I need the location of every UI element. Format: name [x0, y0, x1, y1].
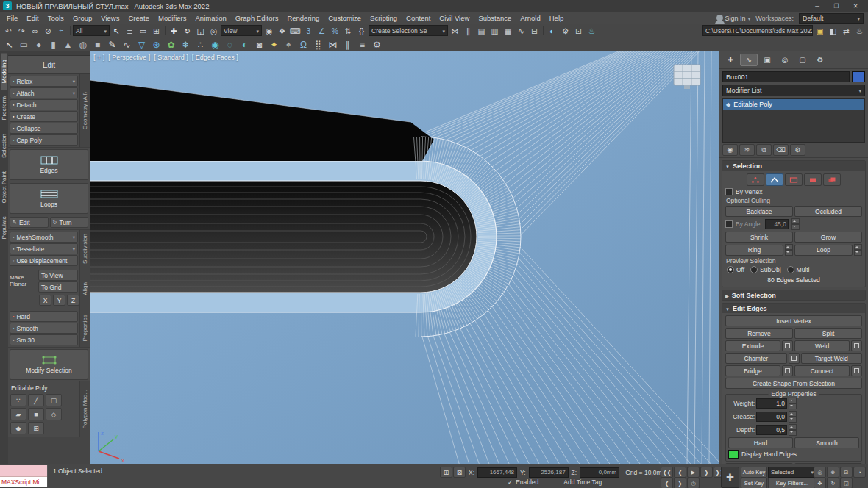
frame-step-back-button[interactable]: ❮ — [661, 478, 673, 488]
viewport-render-style-menu[interactable]: [ Standard ] — [154, 54, 188, 61]
select-and-link-icon[interactable]: ∞ — [29, 25, 41, 36]
perspective-viewport[interactable]: [ + ] [ Perspective ] [ Standard ] [ Edg… — [90, 51, 719, 464]
extrude-settings-button[interactable] — [782, 340, 793, 351]
workspace-select[interactable]: Default — [799, 13, 864, 24]
edit-panel-header[interactable]: Edit — [8, 56, 90, 74]
smooth-edge-button[interactable]: Smooth — [794, 437, 859, 448]
zoom-extents-icon[interactable]: ⊡ — [840, 467, 853, 478]
create-tab[interactable]: ✚ — [722, 54, 739, 65]
project-folder-dropdown[interactable]: C:\Users\TC\Documents\3ds Max 2022 — [702, 25, 813, 36]
align-icon[interactable]: ∥ — [462, 25, 474, 36]
percent-snap-icon[interactable]: % — [329, 25, 341, 36]
z-coordinate-field[interactable]: 0,0mm — [580, 467, 619, 478]
home-grid-widget[interactable] — [674, 65, 700, 89]
smooth-button[interactable]: ▪ Smooth — [10, 323, 78, 334]
capsule-primitive-icon[interactable]: ▭ — [17, 38, 31, 51]
select-and-rotate-icon[interactable]: ↻ — [181, 25, 193, 36]
orbit-icon[interactable]: ↻ — [827, 478, 839, 488]
preview-off-radio[interactable]: Off — [727, 266, 744, 273]
crease-field[interactable]: 0,0 — [756, 412, 787, 422]
to-grid-button[interactable]: To Grid — [38, 281, 78, 293]
show-end-result-icon[interactable]: ≋ — [739, 144, 755, 156]
lattice-sphere-icon[interactable]: ◉ — [208, 38, 222, 51]
render-setup-icon[interactable]: ⚙ — [559, 25, 572, 36]
turn-button[interactable]: ↻ Turn — [50, 217, 89, 228]
modifier-stack[interactable]: ◆ Editable Poly — [722, 98, 865, 143]
poly-cage-icon[interactable]: ⊞ — [28, 422, 44, 434]
menu-edit[interactable]: Edit — [22, 14, 43, 22]
ribbon-tab-populate[interactable]: Populate — [1, 209, 7, 246]
viewport-pov-menu[interactable]: [ Perspective ] — [108, 54, 150, 61]
light-icon[interactable]: ✦ — [267, 38, 281, 51]
sphere-primitive-icon[interactable]: ● — [32, 38, 46, 51]
selection-rollout-header[interactable]: Selection — [722, 161, 865, 171]
maximize-viewport-icon[interactable]: ◱ — [840, 478, 853, 488]
spinner-snap-icon[interactable]: ⇅ — [342, 25, 355, 36]
toggle-ribbon-icon[interactable]: ▦ — [502, 25, 514, 36]
maxscript-macro-line[interactable] — [0, 465, 47, 477]
rectangular-selection-icon[interactable]: ▭ — [137, 25, 149, 36]
modifier-list-dropdown[interactable]: Modifier List — [722, 85, 865, 96]
toggle-layer-explorer-icon[interactable]: ▥ — [488, 25, 501, 36]
viewport-canvas[interactable]: x y z — [90, 51, 719, 464]
add-viewport-layout-button[interactable]: ✚ — [721, 467, 739, 488]
detach-button[interactable]: ▪ Detach — [10, 99, 78, 110]
meshsmooth-button[interactable]: ▪ MeshSmooth ▾ — [10, 232, 78, 243]
y-planar-button[interactable]: Y — [53, 295, 65, 306]
crease-spinner[interactable] — [789, 411, 797, 423]
display-hard-edges-toggle[interactable]: Display Hard Edges — [728, 450, 859, 459]
extrude-button[interactable]: Extrude — [725, 340, 780, 351]
angle-snap-icon[interactable]: ∠ — [316, 25, 328, 36]
select-and-move-icon[interactable]: ✚ — [168, 25, 180, 36]
collapse-button[interactable]: ▪ Collapse — [10, 123, 78, 134]
go-to-start-button[interactable]: ❮❮ — [661, 467, 673, 478]
maxscript-mini-listener[interactable]: MAXScript Mi — [0, 465, 48, 487]
polygon-subobject-icon[interactable] — [804, 173, 822, 186]
viewport-shading-menu[interactable]: [ Edged Faces ] — [192, 54, 238, 61]
depth-field[interactable]: 0,5 — [756, 425, 787, 435]
menu-civil-view[interactable]: Civil View — [435, 14, 474, 22]
menu-arnold[interactable]: Arnold — [516, 14, 544, 22]
select-object-icon[interactable]: ↖ — [110, 25, 123, 36]
edit-named-selections-icon[interactable]: {} — [355, 25, 368, 36]
element-subobject-icon[interactable] — [823, 173, 841, 186]
select-cursor-icon[interactable]: ↖ — [2, 38, 16, 51]
poly-preview-icon[interactable]: ◇ — [46, 408, 62, 420]
gear-icon[interactable]: ⚙ — [370, 38, 384, 51]
poly-vertex-icon[interactable]: ∵ — [10, 394, 26, 406]
unlink-selection-icon[interactable]: ⊘ — [42, 25, 54, 36]
flask-icon[interactable]: ▽ — [135, 38, 149, 51]
ribbon-tab-selection[interactable]: Selection — [1, 127, 7, 165]
grow-button[interactable]: Grow — [794, 232, 862, 243]
chamfer-button[interactable]: Chamfer — [725, 353, 787, 364]
menu-create[interactable]: Create — [124, 14, 154, 22]
ribbon-tab-modeling[interactable]: Modeling — [1, 53, 7, 90]
connect-button[interactable]: Connect — [794, 365, 850, 376]
bridge-settings-button[interactable] — [782, 365, 793, 376]
modify-tab[interactable]: ∿ — [740, 54, 758, 66]
scatter-icon[interactable]: ∴ — [193, 38, 207, 51]
spline-icon[interactable]: ∿ — [120, 38, 134, 51]
set-key-button[interactable]: Set Key — [741, 478, 767, 488]
loops-tile-button[interactable]: Loops — [10, 183, 88, 214]
insert-vertex-button[interactable]: Insert Vertex — [725, 315, 862, 326]
camera-icon[interactable]: ◙ — [252, 38, 266, 51]
toggle-scene-explorer-icon[interactable]: ▤ — [475, 25, 488, 36]
mirror-tool-icon[interactable]: ⋈ — [326, 38, 340, 51]
object-color-swatch[interactable] — [852, 71, 865, 82]
use-pivot-center-icon[interactable]: ◉ — [263, 25, 275, 36]
hierarchy-tab[interactable]: ▣ — [759, 54, 775, 65]
edit-button[interactable]: ✎ Edit — [10, 217, 49, 228]
edit-edges-rollout-header[interactable]: Edit Edges — [722, 304, 865, 313]
loop-button[interactable]: Loop — [794, 245, 853, 256]
ring-spinner[interactable] — [785, 244, 793, 256]
hard-edge-color-swatch[interactable] — [728, 450, 739, 459]
keyboard-override-icon[interactable]: ⌨ — [289, 25, 302, 36]
polygon-modeling-strip[interactable]: Polygon Mod... — [79, 381, 90, 437]
bind-to-space-warp-icon[interactable]: ≈ — [55, 25, 68, 36]
hard-edge-button[interactable]: Hard — [728, 437, 793, 448]
atom-icon[interactable]: ⊛ — [149, 38, 163, 51]
z-planar-button[interactable]: Z — [67, 295, 79, 306]
poly-polygon-icon[interactable]: ▰ — [10, 408, 26, 420]
mirror-icon[interactable]: ⋈ — [449, 25, 461, 36]
